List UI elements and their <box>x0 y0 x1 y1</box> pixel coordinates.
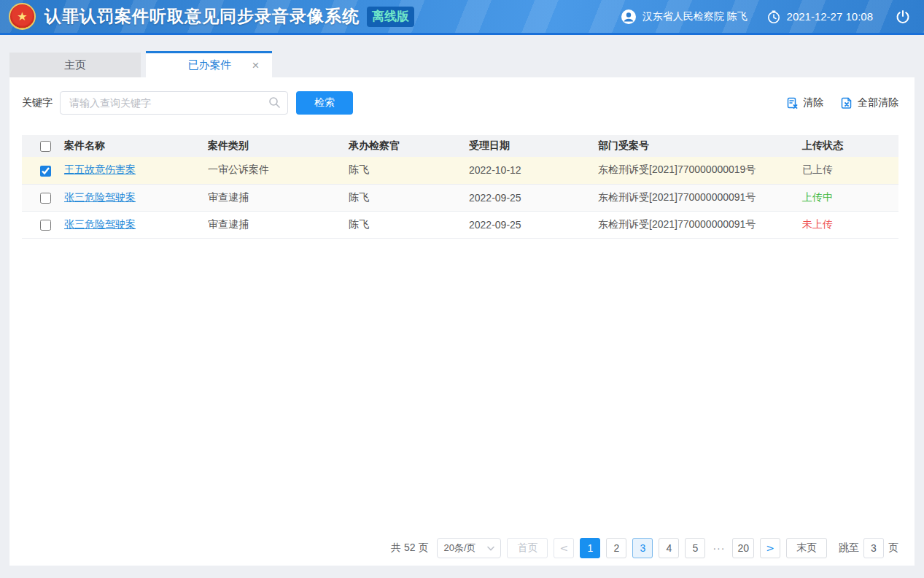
search-button[interactable]: 检索 <box>296 91 353 115</box>
case-name-link[interactable]: 王五故意伤害案 <box>64 163 136 175</box>
clear-all-button[interactable]: 全部清除 <box>841 96 898 109</box>
tab-close-icon[interactable]: × <box>252 59 260 72</box>
case-type-cell: 审查逮捕 <box>208 184 349 211</box>
time-chip: 2021-12-27 10:08 <box>766 9 873 24</box>
tab-bar: 主页 已办案件 × <box>0 35 924 77</box>
page-button-2[interactable]: 2 <box>606 538 626 558</box>
prosecutor-cell: 陈飞 <box>349 184 469 211</box>
row-checkbox[interactable] <box>40 220 51 231</box>
clear-actions: 清除 全部清除 <box>786 96 898 109</box>
accept-date-cell: 2022-09-25 <box>469 184 598 211</box>
case-type-cell: 一审公诉案件 <box>208 157 349 184</box>
table-header-row: 案件名称 案件类别 承办检察官 受理日期 部门受案号 上传状态 <box>22 135 898 157</box>
emblem-star-icon: ★ <box>17 11 27 23</box>
case-name-link[interactable]: 张三危险驾驶案 <box>64 191 136 203</box>
select-all-checkbox[interactable] <box>40 141 51 152</box>
power-icon <box>895 9 911 25</box>
user-icon <box>621 9 637 25</box>
page-size-value: 20条/页 <box>443 542 475 555</box>
status-badge: 未上传 <box>802 211 898 238</box>
app-header: ★ 认罪认罚案件听取意见同步录音录像系统 离线版 汉东省人民检察院 陈飞 202… <box>0 0 924 35</box>
search-box <box>60 91 288 115</box>
col-case-name: 案件名称 <box>64 135 208 157</box>
last-page-button[interactable]: 末页 <box>786 538 827 558</box>
jump-to-input[interactable] <box>863 538 884 558</box>
tab-done-cases-label: 已办案件 <box>188 58 232 72</box>
table-row: 张三危险驾驶案 审查逮捕 陈飞 2022-09-25 东检刑诉受[2021]77… <box>22 211 898 238</box>
chevron-down-icon <box>487 546 494 551</box>
clear-icon <box>786 97 799 109</box>
app-title: 认罪认罚案件听取意见同步录音录像系统 <box>44 5 360 28</box>
search-icon <box>268 96 281 109</box>
clear-all-icon <box>841 97 853 109</box>
datetime: 2021-12-27 10:08 <box>787 10 873 23</box>
status-badge: 已上传 <box>802 157 898 184</box>
clear-label: 清除 <box>803 96 823 109</box>
page-button-3[interactable]: 3 <box>632 538 653 558</box>
jump-group: 跳至 页 <box>839 538 898 558</box>
prev-page-button[interactable]: < <box>554 538 574 558</box>
accept-date-cell: 2022-10-12 <box>469 157 598 184</box>
jump-to-unit: 页 <box>888 542 898 555</box>
case-type-cell: 审查逮捕 <box>208 211 349 238</box>
main-panel: 关键字 检索 清除 <box>9 77 915 566</box>
row-checkbox[interactable] <box>40 193 51 204</box>
page-button-1[interactable]: 1 <box>580 538 600 558</box>
case-number-cell: 东检刑诉受[2021]770000000091号 <box>598 211 802 238</box>
case-name-link[interactable]: 张三危险驾驶案 <box>64 218 136 230</box>
offline-version-badge: 离线版 <box>367 7 414 27</box>
tab-home[interactable]: 主页 <box>9 53 141 77</box>
clear-all-label: 全部清除 <box>858 96 898 109</box>
pages-ellipsis: ··· <box>711 542 726 554</box>
header-right: 汉东省人民检察院 陈飞 2021-12-27 10:08 <box>621 9 911 25</box>
page-button-4[interactable]: 4 <box>659 538 679 558</box>
tab-done-cases[interactable]: 已办案件 × <box>146 51 272 77</box>
keyword-search-input[interactable] <box>60 91 288 115</box>
prosecutor-cell: 陈飞 <box>349 211 469 238</box>
keyword-label: 关键字 <box>22 96 53 109</box>
jump-to-label: 跳至 <box>839 542 859 555</box>
procuratorate-emblem-logo: ★ <box>9 3 36 30</box>
page-button-20[interactable]: 20 <box>732 538 754 558</box>
user-chip[interactable]: 汉东省人民检察院 陈飞 <box>621 9 748 25</box>
tab-home-label: 主页 <box>64 58 86 72</box>
col-prosecutor: 承办检察官 <box>349 135 469 157</box>
next-page-button[interactable]: > <box>760 538 780 558</box>
status-badge: 上传中 <box>802 184 898 211</box>
case-number-cell: 东检刑诉受[2021]770000000091号 <box>598 184 802 211</box>
table-row: 王五故意伤害案 一审公诉案件 陈飞 2022-10-12 东检刑诉受[2021]… <box>22 157 898 184</box>
page-size-select[interactable]: 20条/页 <box>437 538 501 558</box>
col-case-type: 案件类别 <box>208 135 349 157</box>
power-button[interactable] <box>895 9 911 25</box>
search-row: 关键字 检索 清除 <box>22 91 898 115</box>
col-upload-status: 上传状态 <box>802 135 898 157</box>
total-pages-label: 共 52 页 <box>391 542 428 555</box>
pagination: 共 52 页 20条/页 首页 < 1 2 3 4 5 ··· 20 > 末页 … <box>391 538 898 558</box>
page-button-5[interactable]: 5 <box>685 538 705 558</box>
accept-date-cell: 2022-09-25 <box>469 211 598 238</box>
first-page-button[interactable]: 首页 <box>507 538 548 558</box>
prosecutor-cell: 陈飞 <box>349 157 469 184</box>
row-checkbox[interactable] <box>40 166 51 177</box>
case-number-cell: 东检刑诉受[2021]770000000019号 <box>598 157 802 184</box>
col-accept-date: 受理日期 <box>469 135 598 157</box>
cases-table: 案件名称 案件类别 承办检察官 受理日期 部门受案号 上传状态 王五故意伤害案 … <box>22 135 898 239</box>
col-case-number: 部门受案号 <box>598 135 802 157</box>
clear-button[interactable]: 清除 <box>786 96 823 109</box>
user-name: 汉东省人民检察院 陈飞 <box>642 10 748 23</box>
table-row: 张三危险驾驶案 审查逮捕 陈飞 2022-09-25 东检刑诉受[2021]77… <box>22 184 898 211</box>
clock-icon <box>766 9 781 24</box>
